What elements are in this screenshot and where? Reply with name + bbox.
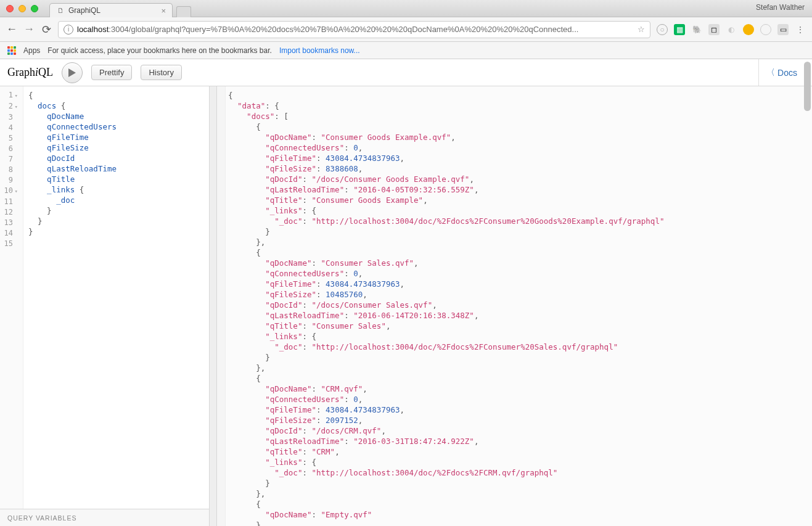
browser-toolbar: ← → ⟳ i localhost :3004/global/graphql?q…: [0, 17, 812, 42]
line-number-gutter: 1▾2▾3 4 5 6 7 8 9 10▾11 12 13 14 15: [0, 86, 23, 509]
extension-icon-evernote[interactable]: 🐘: [691, 24, 702, 35]
graphiql-body: 1▾2▾3 4 5 6 7 8 9 10▾11 12 13 14 15 { do…: [0, 86, 812, 526]
history-button[interactable]: History: [141, 65, 181, 80]
result-pane[interactable]: { "data": { "docs": [ { "qDocName": "Con…: [217, 86, 812, 526]
apps-icon[interactable]: [7, 46, 16, 55]
logo-graph: Graph: [7, 66, 35, 78]
tab-title: GraphiQL: [68, 6, 100, 15]
extension-icons: ○ ▦ 🐘 ◻ ◐ ▭ ⋮: [657, 24, 806, 35]
site-info-icon[interactable]: i: [64, 25, 73, 35]
extension-icon-4[interactable]: ◻: [708, 24, 720, 35]
chevron-left-icon: 〈: [766, 67, 775, 78]
extension-icon-1[interactable]: ○: [657, 24, 668, 35]
tab-favicon-icon: 🗋: [56, 6, 65, 15]
bookmarks-bar: Apps For quick access, place your bookma…: [0, 42, 812, 59]
profile-name[interactable]: Stefan Walther: [756, 3, 805, 12]
browser-tabs: 🗋 GraphiQL ×: [49, 0, 191, 17]
nav-back-button[interactable]: ←: [6, 23, 17, 36]
scrollbar-thumb[interactable]: [804, 62, 811, 111]
docs-label: Docs: [777, 68, 797, 78]
window-close-button[interactable]: [6, 5, 14, 12]
bookmark-star-icon[interactable]: ☆: [638, 25, 645, 34]
graphiql-logo: GraphiQL: [7, 66, 53, 79]
extension-icon-7[interactable]: [760, 24, 771, 35]
prettify-button[interactable]: Prettify: [91, 65, 132, 80]
window-controls: [6, 5, 38, 12]
address-bar[interactable]: i localhost :3004/global/graphql?query=%…: [58, 21, 650, 38]
browser-tab-active[interactable]: 🗋 GraphiQL ×: [49, 3, 173, 17]
bookmarks-hint: For quick access, place your bookmarks h…: [47, 46, 272, 55]
pane-splitter[interactable]: [210, 86, 217, 526]
window-maximize-button[interactable]: [31, 5, 38, 12]
extension-icon-5[interactable]: ◐: [726, 24, 737, 35]
execute-button[interactable]: [62, 62, 83, 83]
graphiql-app: GraphiQL Prettify History 〈 Docs 1▾2▾3 4…: [0, 59, 812, 526]
extension-icon-6[interactable]: [743, 24, 754, 35]
result-json: { "data": { "docs": [ { "qDocName": "Con…: [228, 90, 812, 526]
import-bookmarks-link[interactable]: Import bookmarks now...: [279, 46, 360, 55]
query-variables-header[interactable]: QUERY VARIABLES: [0, 509, 209, 526]
url-rest: :3004/global/graphql?query=%7B%0A%20%20d…: [109, 25, 578, 34]
menu-icon[interactable]: ⋮: [795, 24, 806, 35]
extension-icon-8[interactable]: ▭: [777, 24, 789, 35]
browser-chrome: 🗋 GraphiQL × Stefan Walther ← → ⟳ i loca…: [0, 0, 812, 59]
docs-toggle[interactable]: 〈 Docs: [758, 59, 805, 86]
query-editor-pane: 1▾2▾3 4 5 6 7 8 9 10▾11 12 13 14 15 { do…: [0, 86, 210, 526]
graphiql-toolbar: GraphiQL Prettify History 〈 Docs: [0, 59, 812, 86]
result-gutter: [217, 86, 226, 526]
nav-reload-button[interactable]: ⟳: [41, 23, 52, 36]
query-variables-label: QUERY VARIABLES: [7, 514, 76, 522]
apps-label[interactable]: Apps: [23, 46, 40, 55]
new-tab-button[interactable]: [176, 6, 191, 17]
page-scrollbar[interactable]: [804, 60, 811, 523]
window-titlebar: 🗋 GraphiQL × Stefan Walther: [0, 0, 812, 17]
logo-ql: QL: [38, 66, 53, 78]
tab-close-button[interactable]: ×: [161, 6, 166, 15]
play-icon: [68, 68, 76, 77]
nav-forward-button[interactable]: →: [23, 23, 35, 36]
query-editor[interactable]: 1▾2▾3 4 5 6 7 8 9 10▾11 12 13 14 15 { do…: [0, 86, 209, 509]
window-minimize-button[interactable]: [18, 5, 26, 12]
query-code[interactable]: { docs { qDocName qConnectedUsers qFileT…: [23, 86, 209, 509]
url-host: localhost: [77, 25, 109, 34]
extension-icon-2[interactable]: ▦: [674, 24, 685, 35]
